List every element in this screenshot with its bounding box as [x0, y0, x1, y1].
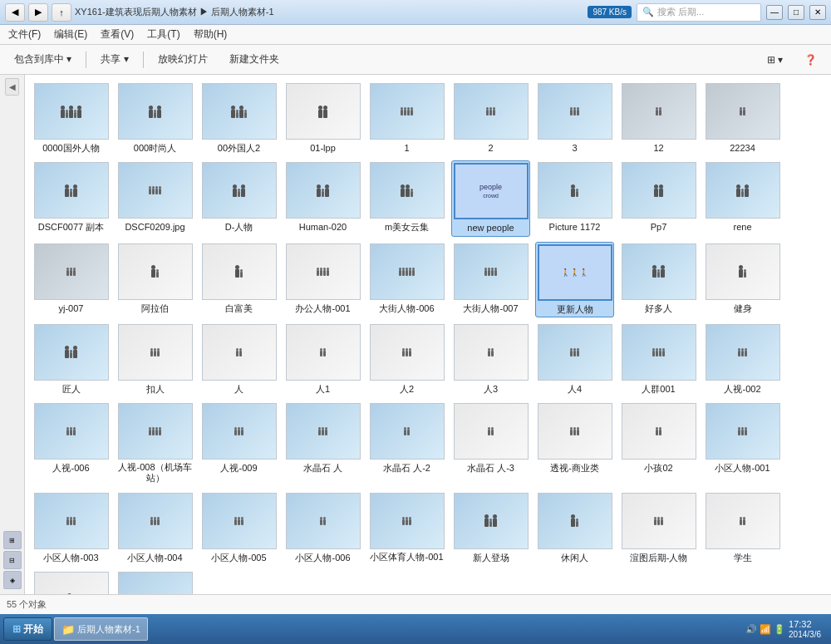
list-item[interactable]: 大街人物-006	[367, 242, 446, 317]
list-item[interactable]: 人4	[535, 322, 614, 396]
sidebar-icon-2[interactable]: ⊟	[3, 551, 22, 569]
sidebar-expand-1[interactable]: ◀	[5, 78, 19, 96]
file-name: 01-lpp	[286, 142, 361, 154]
thumb-img	[538, 84, 612, 139]
list-item[interactable]: 22234	[703, 81, 782, 155]
list-item[interactable]: 办公人物-001	[283, 242, 362, 317]
list-item[interactable]: 小区体育人物-001	[367, 491, 446, 565]
list-item[interactable]: 水晶石 人-2	[367, 401, 446, 485]
list-item[interactable]: m美女云集	[367, 160, 446, 236]
list-item[interactable]: 好多人	[619, 242, 698, 317]
list-item[interactable]: 休闲人	[535, 491, 614, 565]
thumbnail	[34, 403, 109, 460]
list-item[interactable]: 3	[535, 81, 614, 155]
list-item[interactable]: 人视-002	[703, 322, 782, 396]
list-item[interactable]: yj-007	[32, 242, 111, 317]
file-name: 好多人	[622, 302, 696, 314]
list-item[interactable]: 医生	[32, 570, 111, 594]
list-item[interactable]: 小区人物-004	[116, 491, 194, 565]
menu-view[interactable]: 查看(V)	[97, 26, 137, 43]
file-name: 人1	[286, 383, 361, 395]
list-item[interactable]: Picture 1172	[535, 160, 614, 236]
list-item[interactable]: 01-lpp	[283, 81, 362, 155]
thumb-img	[371, 84, 444, 139]
search-box[interactable]: 🔍 搜索 后期...	[637, 3, 761, 22]
list-item[interactable]: 阿拉伯	[116, 242, 194, 317]
list-item[interactable]: 人视-008（机场车站）	[116, 401, 194, 485]
sidebar-bottom-icons: ⊞ ⊟ ◈	[2, 529, 23, 591]
list-item[interactable]: Human-020	[283, 160, 362, 236]
list-item[interactable]: 人	[199, 322, 278, 396]
taskbar-explorer-item[interactable]: 📁 后期人物素材-1	[54, 617, 148, 641]
list-item[interactable]: Pp7	[619, 160, 698, 236]
main-area: ◀ ⊞ ⊟ ◈	[0, 75, 831, 594]
thumb-img	[622, 325, 696, 380]
list-item[interactable]: 人2	[367, 322, 446, 396]
file-name: 办公人物-001	[286, 302, 361, 314]
menu-tools[interactable]: 工具(T)	[144, 26, 183, 43]
list-item[interactable]: 2	[451, 81, 530, 155]
view-options-btn[interactable]: ⊞ ▾	[760, 51, 790, 69]
maximize-btn[interactable]: □	[788, 5, 804, 20]
list-item[interactable]: 水晶石 人-3	[451, 401, 530, 485]
menu-edit[interactable]: 编辑(E)	[51, 26, 91, 43]
list-item[interactable]: peoplecrowd new people	[451, 160, 530, 236]
close-btn[interactable]: ✕	[809, 5, 826, 20]
thumb-img	[119, 494, 192, 548]
list-item[interactable]: 自行车人物-001	[116, 570, 194, 594]
list-item[interactable]: 000时尚人	[116, 81, 194, 155]
slideshow-btn[interactable]: 放映幻灯片	[150, 49, 215, 70]
list-item[interactable]: 00外国人2	[199, 81, 278, 155]
list-item[interactable]: 🚶🚶🚶 更新人物	[535, 242, 614, 317]
list-item[interactable]: 人群001	[619, 322, 698, 396]
list-item[interactable]: 匠人	[32, 322, 111, 396]
thumb-img	[706, 244, 779, 299]
list-item[interactable]: rene	[703, 160, 782, 236]
list-item[interactable]: 12	[619, 81, 698, 155]
new-folder-btn[interactable]: 新建文件夹	[222, 49, 287, 70]
thumb-img	[622, 404, 696, 459]
list-item[interactable]: 人1	[283, 322, 362, 396]
nav-back-btn[interactable]: ◀	[5, 3, 25, 22]
menu-bar: 文件(F) 编辑(E) 查看(V) 工具(T) 帮助(H)	[0, 25, 831, 45]
sidebar-icon-3[interactable]: ◈	[3, 571, 22, 589]
list-item[interactable]: 小区人物-006	[283, 491, 362, 565]
thumb-img	[119, 84, 192, 139]
list-item[interactable]: 白富美	[199, 242, 278, 317]
list-item[interactable]: 人视-006	[32, 401, 111, 485]
list-item[interactable]: 小区人物-003	[32, 491, 111, 565]
list-item[interactable]: 水晶石 人	[283, 401, 362, 485]
file-name: 2	[454, 142, 529, 154]
nav-up-btn[interactable]: ↑	[52, 3, 71, 22]
list-item[interactable]: 扣人	[116, 322, 194, 396]
minimize-btn[interactable]: —	[766, 5, 783, 20]
list-item[interactable]: 人视-009	[199, 401, 278, 485]
list-item[interactable]: DSCF0077 副本	[32, 160, 111, 236]
list-item[interactable]: 小区人物-001	[703, 401, 782, 485]
sidebar-icon-1[interactable]: ⊞	[3, 531, 22, 549]
share-btn[interactable]: 共享 ▾	[93, 49, 135, 70]
list-item[interactable]: 渲图后期-人物	[619, 491, 698, 565]
list-item[interactable]: 1	[367, 81, 446, 155]
menu-help[interactable]: 帮助(H)	[190, 26, 231, 43]
list-item[interactable]: 健身	[703, 242, 782, 317]
thumbnail	[538, 493, 612, 549]
list-item[interactable]: 小孩02	[619, 401, 698, 485]
taskbar-item-label: 后期人物素材-1	[77, 623, 140, 636]
list-item[interactable]: DSCF0209.jpg	[116, 160, 194, 236]
help-btn[interactable]: ❓	[797, 51, 824, 69]
list-item[interactable]: 大街人物-007	[451, 242, 530, 317]
list-item[interactable]: 0000国外人物	[32, 81, 111, 155]
start-button[interactable]: ⊞ 开始	[3, 617, 52, 641]
include-library-btn[interactable]: 包含到库中 ▾	[7, 49, 79, 70]
menu-file[interactable]: 文件(F)	[5, 26, 44, 43]
list-item[interactable]: 人3	[451, 322, 530, 396]
list-item[interactable]: D-人物	[199, 160, 278, 236]
list-item[interactable]: 新人登场	[451, 491, 530, 565]
thumb-img	[119, 404, 192, 459]
thumb-img	[35, 163, 108, 218]
nav-forward-btn[interactable]: ▶	[28, 3, 48, 22]
list-item[interactable]: 小区人物-005	[199, 491, 278, 565]
list-item[interactable]: 透视-商业类	[535, 401, 614, 485]
list-item[interactable]: 学生	[703, 491, 782, 565]
